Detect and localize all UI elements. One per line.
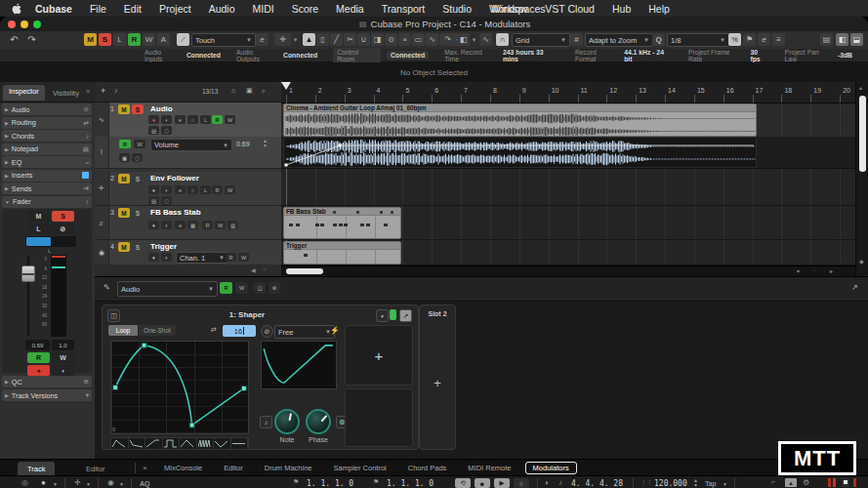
- track-mute-button[interactable]: M: [118, 104, 130, 114]
- destination-slot-empty[interactable]: [345, 388, 413, 447]
- rate-value-input[interactable]: 16: [223, 325, 256, 337]
- minimize-window-button[interactable]: [21, 20, 28, 28]
- auto-quantize-label[interactable]: AQ: [140, 480, 150, 487]
- apple-menu-icon[interactable]: [12, 3, 21, 15]
- menu-help[interactable]: Help: [648, 3, 670, 15]
- menu-transport[interactable]: Transport: [382, 3, 426, 15]
- shape-triangle-button[interactable]: [180, 438, 197, 449]
- track-name[interactable]: FB Bass Stab: [150, 208, 201, 217]
- shape-comb-button[interactable]: [197, 438, 215, 449]
- stop-button[interactable]: ■: [475, 478, 490, 488]
- retrigger-icon[interactable]: ⚡: [330, 326, 340, 335]
- marker-flag-icon[interactable]: ⚑: [743, 33, 756, 46]
- object-selection-tool-icon[interactable]: ▲: [303, 33, 315, 46]
- snap-magnet-icon[interactable]: ∩: [496, 33, 509, 46]
- pin-icon[interactable]: ✎: [103, 283, 110, 292]
- color-tool-icon[interactable]: ◧: [457, 33, 470, 46]
- locator-right-flag-icon[interactable]: ⚑: [373, 478, 379, 486]
- bypass-all-icon[interactable]: ◫: [254, 282, 266, 294]
- track-name[interactable]: Trigger: [150, 242, 177, 251]
- shape-ramp-button[interactable]: [145, 438, 163, 449]
- automation-parameter-dropdown[interactable]: Volume▼: [150, 139, 232, 151]
- grid-type-icon[interactable]: #: [570, 33, 583, 46]
- playhead-handle[interactable]: [281, 82, 291, 90]
- read-icon[interactable]: R: [226, 253, 236, 262]
- tab-chord-pads[interactable]: Chord Pads: [400, 462, 455, 474]
- punch-in-icon[interactable]: ✛: [74, 478, 81, 487]
- quantize-panel-icon[interactable]: e: [758, 33, 770, 46]
- comp-tool-icon[interactable]: ▭: [412, 33, 425, 46]
- audio-alignment-icon[interactable]: ≡: [772, 33, 785, 46]
- track-solo-button[interactable]: S: [132, 208, 144, 218]
- record-enable-icon[interactable]: ●: [148, 221, 159, 229]
- read-icon[interactable]: R: [212, 185, 223, 194]
- midi-event-fb-bass-stab[interactable]: FB Bass Stab: [283, 207, 401, 239]
- modulator-track-dropdown[interactable]: Audio▼: [117, 281, 218, 297]
- tempo-track-icon[interactable]: ⋮⋮: [641, 478, 652, 485]
- close-lower-zone-icon[interactable]: ×: [143, 464, 147, 472]
- note-sync-toggle-icon[interactable]: ♪: [260, 416, 272, 428]
- track-name[interactable]: Env Follower: [150, 174, 199, 183]
- section-sends[interactable]: ▶Sends⇉: [2, 183, 92, 194]
- write-icon[interactable]: W: [215, 221, 226, 229]
- locator-left-flag-icon[interactable]: ⚑: [293, 478, 299, 486]
- monitor-icon[interactable]: ◗: [161, 115, 172, 124]
- knife-tool-icon[interactable]: ✂: [344, 33, 356, 46]
- track-row-trigger[interactable]: ◉ 4 M S Trigger ● ◗ Chan. 1▼ R W: [95, 240, 281, 265]
- quantize-dropdown[interactable]: 1/8▼: [667, 33, 729, 47]
- track-row-fb-bass-stab[interactable]: ♬ 3 M S FB Bass Stab ● ◗ e ▦ R W ▥: [95, 206, 281, 240]
- horizontal-scrollbar[interactable]: ▾ ◦ ▸: [281, 265, 855, 276]
- audio-activity-icon[interactable]: ▲: [785, 478, 797, 487]
- write-icon[interactable]: W: [225, 115, 235, 124]
- scroll-left-icon[interactable]: ◀: [251, 266, 256, 273]
- track-row-audio[interactable]: ∿ 1 M S Audio ● ◗ e ○ L R W ▤ ◻: [95, 102, 281, 138]
- automation-region[interactable]: [283, 137, 757, 168]
- mute-tool-icon[interactable]: ×: [398, 33, 411, 46]
- listen-icon[interactable]: L: [200, 185, 211, 194]
- automation-panel-icon[interactable]: ⟋: [177, 33, 189, 46]
- horizontal-scroll-thumb[interactable]: [286, 268, 323, 274]
- fader-value-readout[interactable]: 0.69: [25, 340, 50, 350]
- iterative-quantize-icon[interactable]: %: [728, 33, 741, 46]
- shape-decay-button[interactable]: [129, 438, 146, 449]
- zoom-tool-icon[interactable]: ⊙: [385, 33, 397, 46]
- phase-knob[interactable]: [306, 409, 331, 434]
- menu-file[interactable]: File: [90, 3, 106, 15]
- metronome-click-icon[interactable]: ◎: [21, 478, 28, 487]
- left-zone-toggle-icon[interactable]: ◧: [836, 33, 848, 46]
- tab-drum-machine[interactable]: Drum Machine: [257, 462, 320, 474]
- mute-button[interactable]: M: [27, 211, 50, 222]
- global-suspend-button[interactable]: A: [157, 33, 170, 46]
- listen-icon[interactable]: L: [200, 115, 211, 124]
- tempo-display[interactable]: 120.000: [654, 479, 687, 488]
- monitor-icon[interactable]: ◗: [161, 221, 172, 229]
- loop-mode-button[interactable]: Loop: [108, 325, 138, 336]
- project-position-display[interactable]: 1. 1. 1. 0: [387, 479, 434, 488]
- inserts-state-icon[interactable]: ▤: [148, 196, 159, 205]
- track-mute-button[interactable]: M: [118, 174, 130, 183]
- track-solo-button[interactable]: S: [132, 104, 144, 114]
- automation-lane-row[interactable]: ⌇ R W Volume▼ 0.69 ▲▼ ▣ ◻: [95, 137, 281, 169]
- global-solo-button[interactable]: S: [99, 33, 111, 46]
- freeze-icon[interactable]: ○: [187, 115, 198, 124]
- section-notepad[interactable]: ▶Notepad▤: [2, 143, 92, 155]
- global-read-button[interactable]: R: [128, 33, 141, 46]
- home-zoom-icon[interactable]: ⌂: [231, 87, 235, 94]
- note-knob[interactable]: [274, 409, 300, 434]
- modulators-read-button[interactable]: R: [220, 282, 232, 294]
- punch-out-icon[interactable]: ◉: [107, 478, 114, 487]
- record-enable-button[interactable]: ●: [27, 365, 50, 376]
- menu-cubase[interactable]: Cubase: [35, 3, 72, 15]
- lower-zone-toggle-icon[interactable]: ⬓: [850, 33, 863, 46]
- left-locator-display[interactable]: 1. 1. 1. 0: [307, 479, 353, 488]
- modulator-menu-icon[interactable]: ▼: [376, 309, 389, 322]
- shape-attack-button[interactable]: [111, 438, 129, 449]
- chevron-down-icon[interactable]: ▼: [723, 481, 727, 487]
- inspector-menu-icon[interactable]: ≡: [86, 88, 90, 95]
- quantize-icon[interactable]: Q: [652, 33, 665, 46]
- record-enable-icon[interactable]: ●: [148, 115, 159, 124]
- section-eq[interactable]: ▶EQ≈: [2, 156, 92, 168]
- chevron-down-icon[interactable]: ▼: [86, 481, 91, 487]
- automation-edit-button[interactable]: e: [256, 33, 269, 46]
- auto-scroll-icon[interactable]: ↷: [441, 33, 454, 46]
